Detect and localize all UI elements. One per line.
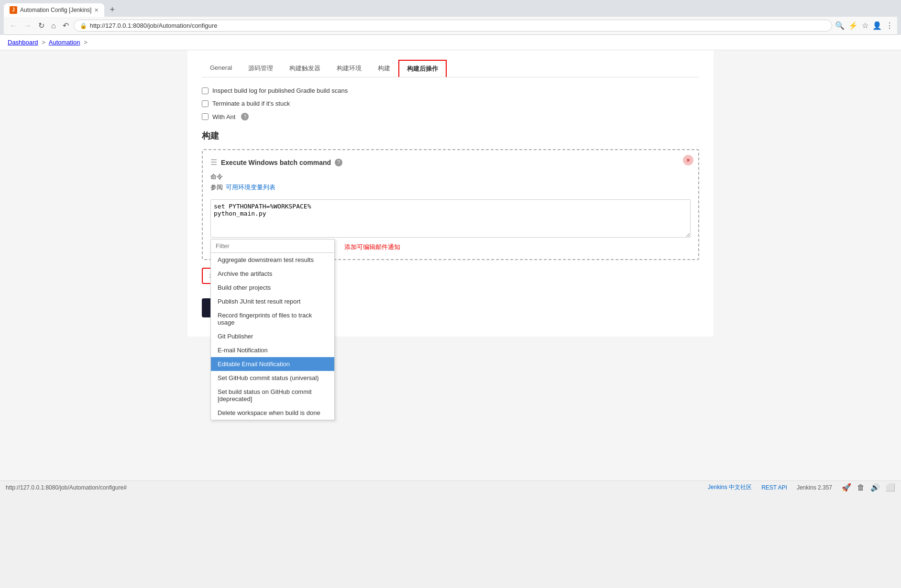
build-card: ☰ Execute Windows batch command ? × 命令 参… (202, 149, 699, 260)
dropdown-item-record-fingerprints[interactable]: Record fingerprints of files to track us… (211, 308, 334, 329)
search-icon[interactable]: 🔍 (835, 21, 845, 30)
community-link[interactable]: Jenkins 中文社区 (708, 483, 752, 491)
tab-build-env[interactable]: 构建环境 (329, 60, 370, 77)
tab-title: Automation Config [Jenkins] (20, 7, 91, 13)
breadcrumb-dashboard[interactable]: Dashboard (8, 39, 38, 46)
breadcrumb-sep2: > (84, 39, 88, 46)
command-textarea[interactable]: set PYTHONPATH=%WORKSPACE% python_main.p… (210, 199, 691, 238)
tab-general[interactable]: General (202, 60, 240, 77)
url-text: http://127.0.0.1:8080/job/Automation/con… (90, 22, 826, 29)
checkbox-gradle: Inspect build log for published Gradle b… (202, 87, 699, 94)
section-title: 构建 (202, 130, 699, 142)
dropdown-item-publish-junit[interactable]: Publish JUnit test result report (211, 294, 334, 308)
rocket-icon[interactable]: 🚀 (842, 483, 851, 492)
dropdown-item-delete-workspace[interactable]: Delete workspace when build is done (211, 406, 334, 420)
trash-icon[interactable]: 🗑 (857, 483, 865, 492)
lock-icon: 🔒 (80, 22, 87, 29)
dropdown-item-set-github-status[interactable]: Set GitHub commit status (universal) (211, 371, 334, 385)
dropdown-item-email-notification[interactable]: E-mail Notification (211, 343, 334, 357)
tab-post-build[interactable]: 构建后操作 (398, 60, 447, 77)
env-ref-link[interactable]: 可用环境变量列表 (226, 183, 275, 192)
bookmark-icon[interactable]: ☆ (862, 21, 868, 30)
dropdown-overlay: Aggregate downstream test results Archiv… (210, 239, 691, 251)
env-ref-prefix: 参阅 (210, 183, 223, 192)
checkbox-gradle-label: Inspect build log for published Gradle b… (212, 87, 348, 94)
filter-dropdown: Aggregate downstream test results Archiv… (210, 239, 335, 420)
drag-handle-icon[interactable]: ☰ (210, 158, 217, 167)
build-card-title: Execute Windows batch command (221, 159, 331, 166)
breadcrumb: Dashboard > Automation > (0, 35, 901, 50)
address-bar[interactable]: 🔒 http://127.0.0.1:8080/job/Automation/c… (74, 20, 832, 32)
rest-api-link[interactable]: REST API (761, 484, 787, 491)
dropdown-item-git-publisher[interactable]: Git Publisher (211, 329, 334, 343)
tab-build-triggers[interactable]: 构建触发器 (281, 60, 329, 77)
build-card-help-icon[interactable]: ? (335, 159, 342, 166)
dropdown-item-archive[interactable]: Archive the artifacts (211, 267, 334, 281)
reload-button[interactable]: ↻ (36, 20, 46, 31)
footer-icons: 🚀 🗑 🔊 ⬜ (842, 483, 895, 492)
dropdown-item-set-github-deprecated[interactable]: Set build status on GitHub commit [depre… (211, 385, 334, 406)
env-ref-row: 参阅 可用环境变量列表 (210, 183, 691, 192)
tab-source-mgmt[interactable]: 源码管理 (240, 60, 281, 77)
window-icon[interactable]: ⬜ (886, 483, 895, 492)
dropdown-item-editable-email[interactable]: Editable Email Notification (211, 357, 334, 371)
main-content: General 源码管理 构建触发器 构建环境 构建 构建后操作 Inspect… (0, 50, 901, 480)
home-button[interactable]: ⌂ (49, 21, 58, 31)
volume-icon[interactable]: 🔊 (870, 483, 880, 492)
checkbox-terminate-label: Terminate a build if it's stuck (212, 100, 290, 107)
checkbox-gradle-input[interactable] (202, 87, 209, 94)
forward-button[interactable]: → (22, 21, 33, 31)
history-back-button[interactable]: ↶ (61, 20, 71, 31)
status-bar-right: Jenkins 中文社区 REST API Jenkins 2.357 🚀 🗑 … (708, 483, 895, 492)
dropdown-item-aggregate[interactable]: Aggregate downstream test results (211, 253, 334, 267)
action-hint: 添加可编辑邮件通知 (344, 243, 400, 251)
command-label: 命令 (210, 173, 691, 181)
checkbox-ant-input[interactable] (202, 113, 209, 120)
tab-favicon: J (10, 6, 17, 14)
breadcrumb-automation[interactable]: Automation (49, 39, 80, 46)
menu-icon[interactable]: ⋮ (886, 21, 893, 30)
tab-build[interactable]: 构建 (370, 60, 398, 77)
jenkins-version: Jenkins 2.357 (797, 484, 832, 491)
browser-tab[interactable]: J Automation Config [Jenkins] × (4, 3, 104, 17)
new-tab-button[interactable]: + (106, 3, 119, 17)
checkbox-ant-label: With Ant (212, 113, 235, 120)
checkbox-terminate: Terminate a build if it's stuck (202, 100, 699, 107)
config-area: General 源码管理 构建触发器 构建环境 构建 构建后操作 Inspect… (187, 50, 714, 337)
breadcrumb-sep1: > (42, 39, 45, 46)
dropdown-item-build-other[interactable]: Build other projects (211, 281, 334, 294)
config-tabs: General 源码管理 构建触发器 构建环境 构建 构建后操作 (202, 60, 699, 77)
build-card-header: ☰ Execute Windows batch command ? (210, 158, 691, 167)
profile-icon[interactable]: 👤 (872, 21, 882, 30)
filter-input[interactable] (211, 240, 334, 253)
checkbox-terminate-input[interactable] (202, 100, 209, 107)
back-button[interactable]: ← (8, 21, 19, 31)
build-card-close-button[interactable]: × (683, 155, 693, 165)
status-bar: http://127.0.0.1:8080/job/Automation/con… (0, 480, 901, 494)
extensions-icon[interactable]: ⚡ (848, 21, 858, 30)
status-url: http://127.0.0.1:8080/job/Automation/con… (6, 484, 127, 491)
ant-help-icon[interactable]: ? (241, 113, 249, 120)
tab-close-button[interactable]: × (94, 6, 98, 14)
checkbox-ant: With Ant ? (202, 113, 699, 120)
